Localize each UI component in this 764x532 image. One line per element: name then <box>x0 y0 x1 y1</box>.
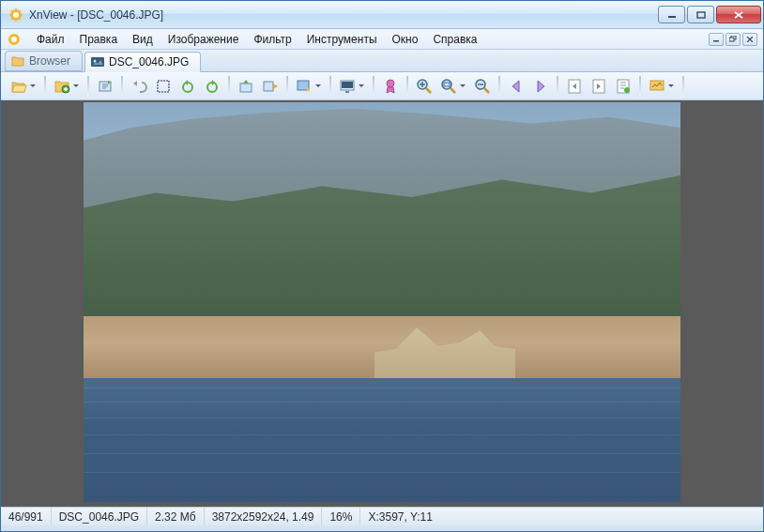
svg-rect-13 <box>158 81 169 92</box>
window-title: XnView - [DSC_0046.JPG] <box>29 8 658 22</box>
open-file-button[interactable] <box>8 75 39 98</box>
image-tab-icon <box>91 56 104 68</box>
tab-image[interactable]: DSC_0046.JPG <box>84 52 201 72</box>
displayed-image <box>84 102 680 502</box>
svg-point-5 <box>11 37 17 42</box>
undo-icon <box>130 78 147 95</box>
screen-button[interactable] <box>336 75 368 98</box>
export-right-icon <box>262 78 279 95</box>
svg-rect-16 <box>240 84 252 92</box>
svg-rect-3 <box>697 12 705 18</box>
crop-button[interactable] <box>152 75 175 98</box>
status-zoom: 16% <box>322 508 360 525</box>
ribbon-icon <box>382 78 399 95</box>
svg-rect-21 <box>345 91 349 93</box>
refresh-icon <box>97 78 114 95</box>
import-button[interactable] <box>259 75 282 98</box>
prev-button[interactable] <box>505 75 527 98</box>
svg-rect-18 <box>298 81 309 90</box>
zoom-out-button[interactable] <box>471 75 494 98</box>
svg-rect-6 <box>713 40 719 42</box>
page-first-icon <box>566 78 583 95</box>
zoom-in-button[interactable] <box>413 75 435 98</box>
menu-bar: Файл Правка Вид Изображение Фильтр Инстр… <box>1 29 763 50</box>
page-prev-icon <box>590 78 607 95</box>
slideshow-button[interactable] <box>646 75 678 98</box>
app-menu-icon <box>7 32 22 47</box>
page-next-icon <box>615 78 632 95</box>
first-page-button[interactable] <box>563 75 586 98</box>
arrow-left-icon <box>508 78 525 95</box>
rotate-left-icon <box>179 78 196 95</box>
svg-rect-20 <box>342 82 353 88</box>
folder-save-icon <box>53 78 70 95</box>
title-bar: XnView - [DSC_0046.JPG] <box>1 1 763 29</box>
mdi-close-button[interactable] <box>742 33 757 46</box>
zoom-out-icon <box>474 78 491 95</box>
svg-point-30 <box>624 87 630 93</box>
image-menu-button[interactable] <box>293 75 325 98</box>
tab-browser-label: Browser <box>29 54 70 68</box>
mdi-restore-button[interactable] <box>726 33 741 46</box>
svg-rect-2 <box>668 16 676 18</box>
rotate-right-icon <box>204 78 221 95</box>
crop-icon <box>155 78 172 95</box>
menu-image[interactable]: Изображение <box>160 31 247 48</box>
svg-rect-17 <box>264 82 273 91</box>
maximize-button[interactable] <box>687 6 714 23</box>
status-index: 46/991 <box>1 508 52 525</box>
close-button[interactable] <box>716 6 761 23</box>
status-filename: DSC_0046.JPG <box>52 508 147 525</box>
export-up-icon <box>237 78 254 95</box>
status-bar: 46/991 DSC_0046.JPG 2.32 Мб 3872x2592x24… <box>1 507 763 525</box>
zoom-in-icon <box>416 78 433 95</box>
menu-filter[interactable]: Фильтр <box>246 31 298 48</box>
menu-help[interactable]: Справка <box>425 31 484 48</box>
prev-page-button[interactable] <box>588 75 610 98</box>
arrow-right-icon <box>532 78 549 95</box>
folder-icon <box>11 55 24 67</box>
menu-window[interactable]: Окно <box>385 31 426 48</box>
zoom-fit-icon <box>440 78 457 95</box>
status-coords: X:3597, Y:11 <box>360 508 440 525</box>
image-star-icon <box>296 78 313 95</box>
folder-open-icon <box>10 78 27 95</box>
tab-bar: Browser DSC_0046.JPG <box>1 50 763 72</box>
next-button[interactable] <box>529 75 552 98</box>
mdi-minimize-button[interactable] <box>709 33 724 46</box>
app-icon <box>8 8 23 23</box>
toolbar <box>1 72 763 100</box>
tab-image-label: DSC_0046.JPG <box>109 55 189 68</box>
monitor-icon <box>339 78 356 95</box>
bookmark-button[interactable] <box>379 75 402 98</box>
svg-rect-8 <box>729 38 734 41</box>
tab-browser[interactable]: Browser <box>5 51 83 71</box>
image-viewport[interactable] <box>1 100 763 507</box>
export-button[interactable] <box>235 75 257 98</box>
svg-point-22 <box>387 80 394 87</box>
svg-rect-9 <box>91 57 104 67</box>
menu-file[interactable]: Файл <box>29 31 72 48</box>
svg-point-1 <box>13 12 19 18</box>
menu-view[interactable]: Вид <box>125 31 160 48</box>
save-button[interactable] <box>51 75 83 98</box>
undo-button[interactable] <box>128 75 150 98</box>
next-page-button[interactable] <box>612 75 634 98</box>
rotate-left-button[interactable] <box>176 75 199 98</box>
status-dimensions: 3872x2592x24, 1.49 <box>205 508 323 525</box>
menu-edit[interactable]: Правка <box>72 31 126 48</box>
minimize-button[interactable] <box>658 6 685 23</box>
slideshow-icon <box>649 78 665 95</box>
menu-tools[interactable]: Инструменты <box>299 31 385 48</box>
rotate-right-button[interactable] <box>201 75 223 98</box>
status-filesize: 2.32 Мб <box>147 508 205 525</box>
refresh-button[interactable] <box>94 75 116 98</box>
zoom-fit-button[interactable] <box>437 75 469 98</box>
